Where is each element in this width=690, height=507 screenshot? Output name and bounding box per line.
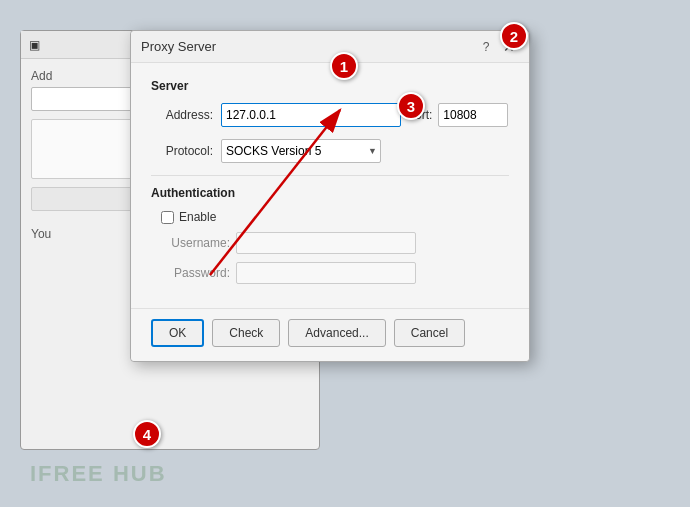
username-row: Username: xyxy=(161,232,509,254)
dialog-body: Server Address: Port: Protocol: SOCKS Ve… xyxy=(131,63,529,308)
help-button[interactable]: ? xyxy=(477,38,495,56)
bg-window-icon: ▣ xyxy=(29,38,40,52)
watermark: IFREE HUB xyxy=(30,461,167,487)
protocol-row: Protocol: SOCKS Version 5 SOCKS Version … xyxy=(151,139,509,163)
section-divider xyxy=(151,175,509,176)
advanced-button[interactable]: Advanced... xyxy=(288,319,385,347)
ok-button[interactable]: OK xyxy=(151,319,204,347)
address-label: Address: xyxy=(151,108,221,122)
dialog-controls: ? ✕ xyxy=(477,37,519,57)
dialog-titlebar: Proxy Server ? ✕ xyxy=(131,31,529,63)
enable-checkbox-row: Enable xyxy=(161,210,509,224)
port-label: Port: xyxy=(407,108,432,122)
authentication-section: Authentication Enable Username: Password… xyxy=(151,186,509,284)
server-section-label: Server xyxy=(151,79,509,93)
address-input[interactable] xyxy=(221,103,401,127)
address-row: Address: Port: xyxy=(151,103,509,127)
proxy-server-dialog: Proxy Server ? ✕ Server Address: Port: P… xyxy=(130,30,530,362)
protocol-label: Protocol: xyxy=(151,144,221,158)
enable-checkbox[interactable] xyxy=(161,211,174,224)
cancel-button[interactable]: Cancel xyxy=(394,319,465,347)
password-label: Password: xyxy=(161,266,236,280)
protocol-select-wrapper: SOCKS Version 5 SOCKS Version 4 HTTP HTT… xyxy=(221,139,381,163)
protocol-select[interactable]: SOCKS Version 5 SOCKS Version 4 HTTP HTT… xyxy=(221,139,381,163)
dialog-title: Proxy Server xyxy=(141,39,216,54)
port-input[interactable] xyxy=(438,103,508,127)
button-row: OK Check Advanced... Cancel xyxy=(131,308,529,361)
username-label: Username: xyxy=(161,236,236,250)
auth-section-label: Authentication xyxy=(151,186,509,200)
close-button[interactable]: ✕ xyxy=(499,37,519,57)
password-input[interactable] xyxy=(236,262,416,284)
enable-label: Enable xyxy=(179,210,216,224)
password-row: Password: xyxy=(161,262,509,284)
username-input[interactable] xyxy=(236,232,416,254)
check-button[interactable]: Check xyxy=(212,319,280,347)
